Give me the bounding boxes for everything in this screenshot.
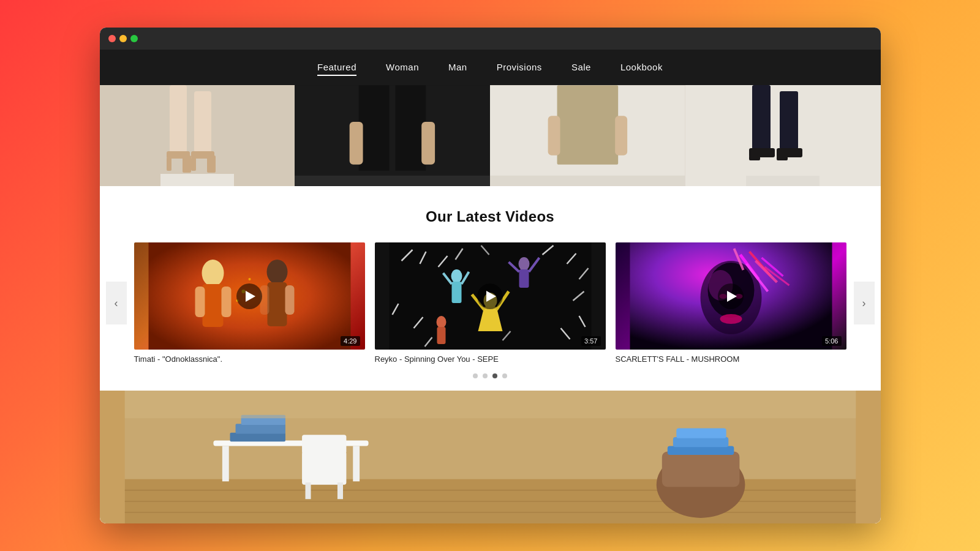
svg-rect-37: [285, 285, 294, 315]
svg-rect-22: [752, 85, 771, 149]
navbar: Featured Woman Man Provisions Sale Lookb…: [100, 50, 881, 85]
nav-link-sale[interactable]: Sale: [571, 62, 591, 75]
nav-item-man[interactable]: Man: [448, 62, 467, 73]
video-card-1: 4:29 Timati - "Odnoklassnica".: [134, 242, 365, 364]
nav-link-lookbook[interactable]: Lookbook: [620, 62, 663, 75]
bottom-strip: [100, 391, 881, 523]
svg-rect-96: [302, 435, 346, 454]
svg-rect-94: [305, 482, 311, 499]
svg-rect-91: [222, 446, 228, 481]
nav-link-featured[interactable]: Featured: [317, 62, 356, 76]
svg-rect-98: [235, 424, 285, 433]
nav-link-woman[interactable]: Woman: [386, 62, 419, 75]
svg-rect-32: [195, 287, 205, 317]
svg-rect-70: [437, 327, 445, 344]
svg-rect-27: [777, 156, 788, 160]
hero-shoes-1: [160, 85, 234, 186]
store-image: [100, 391, 881, 523]
svg-point-65: [518, 257, 529, 271]
chevron-right-icon: ›: [862, 297, 866, 310]
svg-rect-25: [749, 156, 760, 160]
svg-rect-20: [490, 176, 685, 186]
video-thumb-2[interactable]: 3:57: [375, 242, 606, 350]
carousel-dot-3[interactable]: [492, 373, 497, 378]
nav-item-lookbook[interactable]: Lookbook: [620, 62, 663, 73]
nav-link-provisions[interactable]: Provisions: [497, 62, 542, 75]
svg-point-82: [720, 314, 742, 324]
svg-rect-11: [359, 85, 390, 170]
videos-section: Our Latest Videos ‹: [100, 186, 881, 391]
svg-rect-101: [662, 451, 739, 487]
chevron-left-icon: ‹: [115, 297, 118, 310]
svg-rect-66: [519, 269, 529, 288]
svg-rect-19: [615, 116, 627, 156]
video-duration-1: 4:29: [341, 336, 360, 346]
close-dot[interactable]: [108, 35, 116, 42]
svg-point-61: [451, 269, 462, 283]
svg-rect-18: [548, 116, 560, 156]
svg-point-69: [436, 316, 446, 328]
video-duration-3: 5:06: [822, 336, 841, 346]
browser-window: Featured Woman Man Provisions Sale Lookb…: [100, 28, 881, 523]
play-button-3[interactable]: [718, 283, 744, 309]
hero-person-dark: [295, 85, 490, 186]
carousel-dot-1[interactable]: [473, 373, 478, 378]
svg-rect-62: [451, 282, 461, 303]
carousel-prev-button[interactable]: ‹: [106, 282, 127, 324]
svg-rect-2: [194, 91, 211, 152]
play-button-1[interactable]: [236, 283, 262, 309]
videos-container: ‹: [100, 242, 881, 364]
svg-rect-92: [353, 446, 360, 481]
hero-person-neutral: [490, 85, 685, 186]
nav-item-provisions[interactable]: Provisions: [497, 62, 542, 73]
svg-rect-8: [207, 156, 216, 173]
video-title-3: SCARLETT'S FALL - MUSHROOM: [616, 354, 846, 364]
video-title-2: Reyko - Spinning Over You - SEPE: [375, 354, 606, 364]
nav-item-featured[interactable]: Featured: [317, 62, 356, 73]
nav-link-man[interactable]: Man: [448, 62, 467, 75]
carousel-next-button[interactable]: ›: [854, 282, 875, 324]
video-card-3: 5:06 SCARLETT'S FALL - MUSHROOM: [616, 242, 846, 364]
svg-rect-7: [191, 157, 196, 171]
svg-rect-13: [350, 122, 363, 165]
hero-strip: [100, 85, 881, 186]
svg-rect-95: [337, 482, 342, 499]
svg-rect-104: [676, 428, 726, 438]
carousel-dot-2[interactable]: [483, 373, 488, 378]
svg-rect-105: [124, 391, 856, 418]
svg-rect-102: [667, 446, 734, 454]
svg-rect-4: [167, 157, 172, 171]
svg-rect-1: [170, 85, 187, 152]
svg-rect-103: [673, 437, 728, 447]
store-svg: [100, 391, 881, 523]
hero-panel-2: [295, 85, 490, 186]
nav-menu: Featured Woman Man Provisions Sale Lookb…: [317, 62, 663, 73]
video-thumb-1[interactable]: 4:29: [134, 242, 365, 350]
play-button-2[interactable]: [477, 283, 503, 309]
svg-rect-10: [295, 85, 490, 186]
svg-rect-14: [421, 122, 435, 165]
nav-item-sale[interactable]: Sale: [571, 62, 591, 73]
video-duration-2: 3:57: [581, 336, 600, 346]
svg-rect-28: [746, 176, 820, 186]
svg-rect-23: [780, 91, 798, 149]
video-card-2: 3:57 Reyko - Spinning Over You - SEPE: [375, 242, 606, 364]
browser-chrome: [100, 28, 881, 50]
svg-rect-97: [230, 433, 285, 441]
svg-rect-15: [295, 176, 490, 186]
svg-rect-12: [396, 85, 426, 170]
minimize-dot[interactable]: [119, 35, 127, 42]
carousel-dot-4[interactable]: [502, 373, 507, 378]
video-thumb-3[interactable]: 5:06: [616, 242, 846, 350]
play-icon-3: [727, 291, 737, 302]
svg-point-34: [266, 260, 287, 284]
hero-shoes-2: [746, 85, 820, 186]
page-content: Featured Woman Man Provisions Sale Lookb…: [100, 50, 881, 523]
svg-rect-31: [202, 284, 223, 327]
videos-grid: 4:29 Timati - "Odnoklassnica".: [127, 242, 854, 364]
svg-rect-33: [221, 287, 231, 317]
hero-panel-1: [100, 85, 295, 186]
svg-point-30: [202, 260, 224, 287]
nav-item-woman[interactable]: Woman: [386, 62, 419, 73]
maximize-dot[interactable]: [130, 35, 138, 42]
